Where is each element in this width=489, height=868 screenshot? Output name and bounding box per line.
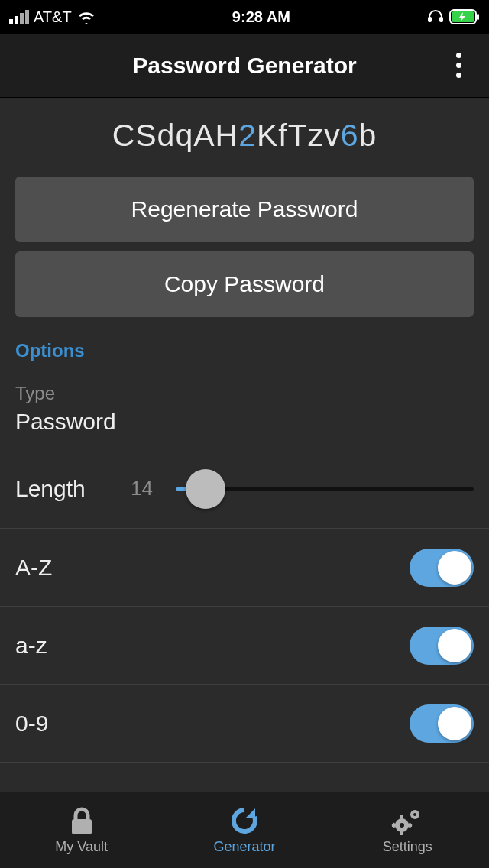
app-header: Password Generator (0, 34, 489, 98)
svg-point-7 (400, 823, 404, 828)
regenerate-button[interactable]: Regenerate Password (15, 177, 474, 242)
svg-point-17 (413, 813, 416, 816)
page-title: Password Generator (132, 53, 356, 79)
tab-label: Generator (213, 839, 275, 855)
toggle-row-az: A-Z (0, 529, 489, 607)
action-buttons: Regenerate Password Copy Password (0, 169, 489, 317)
refresh-icon (229, 805, 260, 836)
carrier-label: AT&T (34, 8, 72, 26)
lock-icon (67, 805, 96, 836)
tab-bar: My Vault Generator Settings (0, 792, 489, 868)
toggle-switch[interactable] (410, 627, 474, 665)
length-value: 14 (122, 477, 153, 500)
tab-generator[interactable]: Generator (163, 792, 325, 868)
svg-rect-5 (72, 819, 92, 834)
toggle-label: a-z (15, 633, 47, 659)
svg-rect-1 (439, 17, 443, 22)
toggle-row-09: 0-9 (0, 685, 489, 763)
gears-icon (390, 805, 424, 836)
copy-button[interactable]: Copy Password (15, 251, 474, 317)
status-bar: AT&T 9:28 AM (0, 0, 489, 34)
length-label: Length (15, 476, 99, 502)
svg-rect-8 (400, 815, 403, 819)
toggle-switch[interactable] (410, 549, 474, 587)
tab-label: My Vault (55, 839, 108, 855)
generated-password: CSdqAH2KfTzv6b (0, 98, 489, 169)
toggle-row-az: a-z (0, 607, 489, 685)
battery-charging-icon (449, 9, 480, 24)
headphones-icon (426, 8, 445, 27)
svg-rect-0 (428, 17, 432, 22)
status-left: AT&T (9, 8, 96, 26)
wifi-icon (76, 9, 96, 24)
tab-settings[interactable]: Settings (326, 792, 489, 868)
toggle-label: 0-9 (15, 711, 48, 737)
cellular-signal-icon (9, 10, 29, 24)
type-row[interactable]: Type Password (0, 369, 489, 449)
status-right (426, 8, 480, 27)
length-row: Length 14 (0, 449, 489, 529)
options-heading: Options (0, 326, 489, 369)
svg-rect-9 (400, 831, 403, 835)
type-label: Type (15, 383, 474, 404)
svg-rect-4 (477, 14, 479, 20)
tab-my-vault[interactable]: My Vault (0, 792, 163, 868)
more-options-button[interactable] (436, 34, 481, 97)
length-slider[interactable] (176, 474, 474, 504)
slider-thumb[interactable] (186, 469, 225, 509)
type-value: Password (15, 409, 474, 435)
clock: 9:28 AM (232, 8, 290, 26)
toggle-label: A-Z (15, 555, 52, 581)
tab-label: Settings (383, 839, 432, 855)
toggle-switch[interactable] (410, 704, 474, 743)
